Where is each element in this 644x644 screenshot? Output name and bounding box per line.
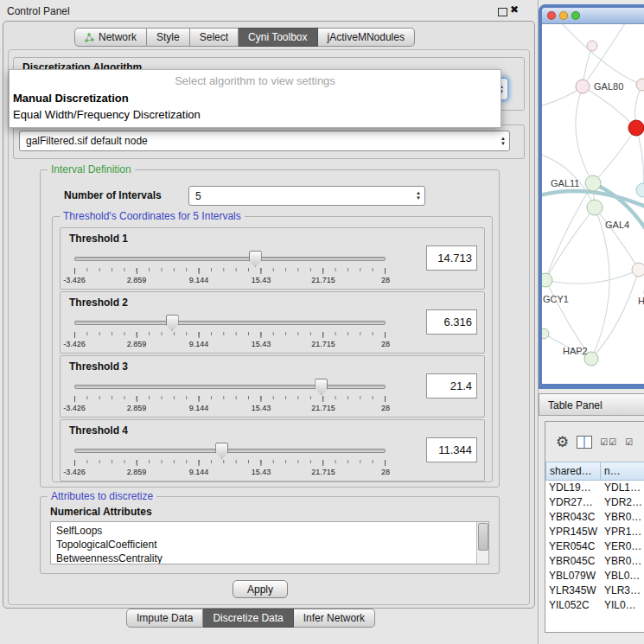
slider-thumb[interactable] <box>249 251 262 267</box>
apply-button[interactable]: Apply <box>233 580 288 598</box>
network-node[interactable] <box>585 175 601 191</box>
numerical-attributes-list[interactable]: SelfLoopsTopologicalCoefficientBetweenne… <box>50 521 489 564</box>
threshold-panel-1: Threshold 1-3.4262.8599.14415.4321.71528… <box>60 227 485 290</box>
table-cell: YDR27… <box>545 495 601 510</box>
table-cell: YBL079W <box>545 569 601 583</box>
scale-label: 15.43 <box>252 468 271 476</box>
network-edge[interactable] <box>591 270 639 359</box>
threshold-value-field[interactable]: 6.316 <box>426 309 477 335</box>
slider-thumb[interactable] <box>215 443 228 459</box>
node-label: GAL11 <box>551 178 579 188</box>
threshold-slider[interactable]: -3.4262.8599.14415.4321.71528 <box>74 313 386 351</box>
close-traffic-icon[interactable] <box>547 11 556 20</box>
attributes-group-title: Attributes to discretize <box>48 490 156 502</box>
network-node[interactable] <box>542 328 549 339</box>
threshold-panel-2: Threshold 2-3.4262.8599.14415.4321.71528… <box>60 291 485 354</box>
network-canvas[interactable]: GAL80GAL11GAL4GCY1HHAP2 <box>542 24 644 369</box>
threshold-value-field[interactable]: 21.4 <box>426 373 477 399</box>
slider-thumb[interactable] <box>166 315 179 331</box>
scrollbar-thumb[interactable] <box>478 523 488 551</box>
network-edge[interactable] <box>545 270 639 284</box>
network-edge[interactable] <box>545 207 595 280</box>
hide-columns-icon[interactable]: ☑ <box>625 437 634 447</box>
tab-cyni-toolbox[interactable]: Cyni Toolbox <box>239 28 317 47</box>
close-window-icon[interactable]: ✖ <box>510 3 519 16</box>
table-row[interactable]: YBR043CYBR0… <box>545 510 644 525</box>
network-node[interactable] <box>632 263 644 277</box>
network-node[interactable] <box>587 200 603 215</box>
scale-label: 21.715 <box>311 276 335 284</box>
table-cell: YBR0… <box>601 510 644 525</box>
attribute-item[interactable]: BetweennessCentrality <box>56 552 488 564</box>
tab-infer-network[interactable]: Infer Network <box>294 609 375 628</box>
network-edge[interactable] <box>636 128 644 190</box>
scale-label: 15.43 <box>252 340 271 348</box>
network-edge[interactable] <box>591 207 609 359</box>
threshold-slider[interactable]: -3.4262.8599.14415.4321.71528 <box>74 441 386 479</box>
scale-label: 15.43 <box>252 276 271 284</box>
show-columns-icon[interactable]: ☑☑ <box>600 437 617 447</box>
tab-impute-data[interactable]: Impute Data <box>126 609 203 628</box>
table-row[interactable]: YPR145WYPR1… <box>545 525 644 539</box>
tab-select[interactable]: Select <box>190 28 239 47</box>
node-label: H <box>638 296 644 306</box>
network-node[interactable] <box>636 79 644 91</box>
zoom-traffic-icon[interactable] <box>571 11 580 20</box>
gear-icon[interactable]: ⚙ <box>556 433 569 451</box>
network-node[interactable] <box>636 183 644 197</box>
table-row[interactable]: YIL052CYIL0… <box>545 598 644 613</box>
table-row[interactable]: YER054CYER0… <box>545 539 644 554</box>
attributes-scrollbar[interactable] <box>476 522 488 564</box>
slider-major-ticks <box>74 268 386 274</box>
dropdown-option-equal-width-frequency[interactable]: Equal Width/Frequency Discretization <box>10 106 501 123</box>
tab-label: Cyni Toolbox <box>248 31 307 43</box>
attribute-item[interactable]: TopologicalCoefficient <box>56 538 488 552</box>
network-window-titlebar[interactable] <box>542 8 644 24</box>
network-node[interactable] <box>587 41 597 51</box>
minimize-traffic-icon[interactable] <box>559 11 568 20</box>
spinner-down-icon: ▼ <box>416 196 421 201</box>
tab-style[interactable]: Style <box>147 28 190 47</box>
table-row[interactable]: YDL19…YDL1… <box>545 481 644 495</box>
network-node[interactable] <box>576 80 590 93</box>
network-node[interactable] <box>542 273 552 287</box>
tab-jactivemnodules[interactable]: jActiveMNodules <box>318 28 415 47</box>
table-cell: YER0… <box>601 539 644 554</box>
thresholds-group-title: Threshold's Coordinates for 5 Intervals <box>60 210 245 222</box>
table-data-combobox[interactable]: galFiltered.sif default node ▲ ▼ <box>19 131 510 151</box>
column-header-2[interactable]: n… <box>601 462 644 481</box>
scale-label: 9.144 <box>189 276 209 284</box>
network-node[interactable] <box>628 120 644 136</box>
scale-label: 15.43 <box>252 404 271 412</box>
column-browser-icon[interactable] <box>577 436 592 449</box>
network-edge[interactable] <box>595 207 639 270</box>
network-svg[interactable]: GAL80GAL11GAL4GCY1HHAP2 <box>542 24 644 369</box>
table-row[interactable]: YDR27…YDR2… <box>545 495 644 510</box>
network-edge[interactable] <box>593 128 636 183</box>
tab-discretize-data[interactable]: Discretize Data <box>203 609 293 628</box>
threshold-value-field[interactable]: 11.344 <box>426 437 477 462</box>
scale-label: 21.715 <box>311 468 335 476</box>
threshold-slider[interactable]: -3.4262.8599.14415.4321.71528 <box>74 377 386 415</box>
network-edge[interactable] <box>559 24 642 85</box>
scale-label: 21.715 <box>311 340 335 348</box>
table-panel-header[interactable]: Table Panel <box>539 393 644 416</box>
table-row[interactable]: YBL079WYBL0… <box>545 569 644 583</box>
tab-network[interactable]: Network <box>74 28 147 47</box>
float-window-icon[interactable] <box>498 8 507 16</box>
threshold-label: Threshold 3 <box>69 360 128 373</box>
threshold-slider[interactable]: -3.4262.8599.14415.4321.71528 <box>74 249 386 287</box>
network-edge[interactable] <box>576 86 593 183</box>
table-row[interactable]: YBR045CYBR0… <box>545 554 644 569</box>
column-header-1[interactable]: shared… <box>545 462 601 481</box>
slider-thumb[interactable] <box>315 379 328 395</box>
algorithm-dropdown-popup: Select algorithm to view settings Manual… <box>9 69 501 128</box>
slider-scale-labels: -3.4262.8599.14415.4321.71528 <box>74 340 386 348</box>
threshold-value-field[interactable]: 14.713 <box>426 245 477 271</box>
dropdown-option-manual-discretization[interactable]: Manual Discretization <box>10 90 501 106</box>
table-row[interactable]: YLR345WYLR3… <box>545 583 644 598</box>
network-edge[interactable] <box>583 86 636 128</box>
attribute-item[interactable]: SelfLoops <box>56 524 488 538</box>
number-of-intervals-combobox[interactable]: 5 ▲ ▼ <box>188 186 425 206</box>
network-edge[interactable] <box>545 183 593 280</box>
